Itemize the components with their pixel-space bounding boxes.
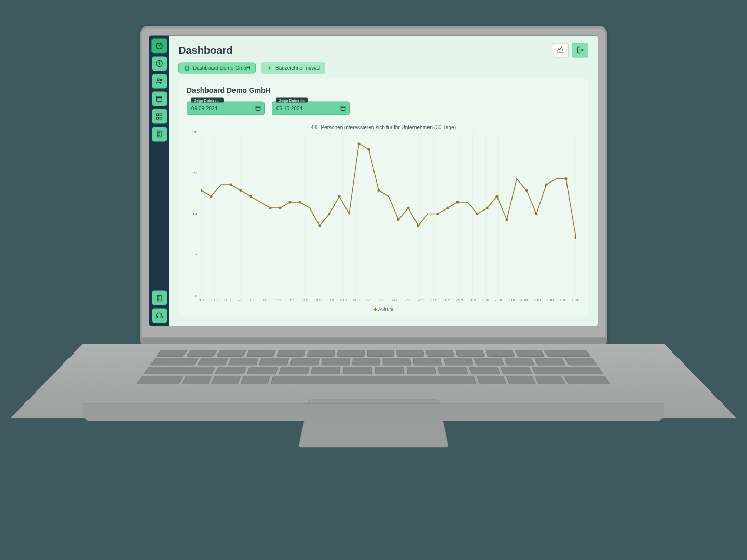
date-to-label: Zeige Daten bis bbox=[276, 98, 308, 103]
x-tick-label: 12.9 bbox=[237, 298, 244, 302]
sidebar-item-document[interactable] bbox=[152, 127, 167, 142]
svg-point-4 bbox=[157, 79, 159, 81]
svg-point-74 bbox=[229, 183, 232, 186]
svg-point-86 bbox=[377, 189, 380, 192]
x-tick-label: 17.9 bbox=[301, 298, 308, 302]
svg-rect-16 bbox=[157, 295, 161, 301]
svg-rect-24 bbox=[161, 316, 162, 318]
svg-point-78 bbox=[279, 206, 281, 209]
svg-point-80 bbox=[298, 201, 301, 204]
svg-point-89 bbox=[417, 224, 419, 227]
x-tick-label: 9.9 bbox=[199, 298, 204, 302]
svg-point-90 bbox=[436, 213, 439, 216]
x-tick-label: 15.9 bbox=[275, 298, 283, 302]
sidebar-item-support[interactable] bbox=[152, 309, 167, 323]
brand-chip[interactable] bbox=[552, 43, 569, 58]
tab-label: Dashboard Demo GmbH bbox=[193, 65, 250, 71]
x-tick-label: 13.9 bbox=[250, 298, 257, 302]
tab-company-dashboard[interactable]: Dashboard Demo GmbH bbox=[178, 63, 256, 74]
svg-point-93 bbox=[476, 213, 478, 216]
chart-y-ticks: 07142128 bbox=[187, 132, 199, 296]
chart-container: 488 Personen interessieren sich für Ihr … bbox=[187, 124, 580, 312]
svg-point-101 bbox=[574, 236, 576, 239]
laptop-base bbox=[83, 338, 664, 488]
title-bar: Dashboard bbox=[178, 43, 588, 58]
svg-rect-11 bbox=[160, 117, 162, 119]
x-tick-label: 16.9 bbox=[288, 298, 295, 302]
grid-icon bbox=[155, 113, 163, 121]
x-tick-label: 10.9 bbox=[211, 298, 218, 302]
sparkle-icon bbox=[556, 46, 565, 55]
svg-point-82 bbox=[328, 213, 330, 216]
x-tick-label: 4.10 bbox=[521, 298, 528, 302]
app-root: Dashboard Dashb bbox=[149, 36, 598, 326]
svg-point-96 bbox=[505, 218, 508, 221]
x-tick-label: 19.9 bbox=[327, 298, 334, 302]
y-tick-label: 14 bbox=[192, 212, 197, 216]
logout-icon bbox=[575, 46, 585, 55]
svg-point-83 bbox=[338, 195, 340, 198]
sidebar-item-grid[interactable] bbox=[152, 109, 167, 124]
x-tick-label: 8.10 bbox=[572, 298, 579, 302]
x-tick-label: 5.10 bbox=[533, 298, 541, 302]
date-from-input[interactable] bbox=[187, 102, 265, 115]
x-tick-label: 28.9 bbox=[443, 298, 450, 302]
x-tick-label: 14.9 bbox=[262, 298, 270, 302]
page-title: Dashboard bbox=[178, 44, 232, 56]
x-tick-label: 18.9 bbox=[314, 298, 321, 302]
chart-area: 07142128 9.910.911.912.913.914.915.916.9… bbox=[187, 132, 580, 305]
chart-x-ticks: 9.910.911.912.913.914.915.916.917.918.91… bbox=[201, 298, 576, 305]
x-tick-label: 6.10 bbox=[546, 298, 554, 302]
x-tick-label: 23.9 bbox=[379, 298, 386, 302]
sidebar-item-dashboard[interactable] bbox=[152, 39, 167, 53]
svg-point-81 bbox=[318, 224, 321, 227]
chart-legend: ◆ Aufrufe bbox=[187, 306, 580, 312]
chart-title: 488 Personen interessieren sich für Ihr … bbox=[187, 124, 580, 130]
x-tick-label: 21.9 bbox=[353, 298, 360, 302]
legend-marker: ◆ bbox=[374, 306, 377, 312]
sidebar-item-people[interactable] bbox=[152, 74, 167, 89]
main-content: Dashboard Dashb bbox=[169, 36, 598, 326]
calendar-icon bbox=[340, 105, 347, 111]
date-to-input[interactable] bbox=[272, 102, 350, 115]
sidebar-item-window[interactable] bbox=[152, 92, 167, 106]
svg-rect-10 bbox=[157, 117, 159, 119]
svg-rect-8 bbox=[157, 114, 159, 116]
window-icon bbox=[155, 95, 163, 103]
svg-point-79 bbox=[288, 201, 291, 204]
tabs-row: Dashboard Demo GmbH Bauzeichner m/w/d bbox=[178, 63, 588, 74]
svg-point-92 bbox=[456, 201, 459, 204]
svg-point-91 bbox=[446, 206, 449, 209]
sidebar-item-building[interactable] bbox=[152, 291, 167, 305]
title-actions bbox=[552, 43, 588, 58]
document-icon bbox=[155, 130, 163, 138]
sidebar bbox=[149, 36, 169, 326]
person-icon bbox=[267, 65, 272, 71]
date-to-field: Zeige Daten bis bbox=[272, 102, 350, 115]
svg-rect-9 bbox=[160, 114, 162, 116]
date-from-field: Zeige Daten von bbox=[187, 102, 265, 115]
y-tick-label: 21 bbox=[192, 171, 197, 175]
headset-icon bbox=[155, 312, 163, 320]
screen-bezel: Dashboard Dashb bbox=[149, 36, 598, 326]
logout-button[interactable] bbox=[572, 43, 588, 58]
svg-point-99 bbox=[545, 183, 547, 186]
x-tick-label: 30.9 bbox=[469, 298, 476, 302]
x-tick-label: 3.10 bbox=[508, 298, 515, 302]
x-tick-label: 20.9 bbox=[340, 298, 347, 302]
svg-point-95 bbox=[495, 195, 498, 198]
gauge-icon bbox=[155, 42, 163, 50]
svg-rect-23 bbox=[156, 316, 158, 318]
sidebar-item-info[interactable] bbox=[152, 57, 167, 71]
calendar-icon bbox=[255, 105, 261, 111]
people-icon bbox=[155, 77, 163, 86]
tab-label: Bauzeichner m/w/d bbox=[275, 65, 320, 71]
x-tick-label: 1.10 bbox=[482, 298, 489, 302]
svg-rect-33 bbox=[341, 106, 345, 111]
tab-job-posting[interactable]: Bauzeichner m/w/d bbox=[261, 63, 325, 74]
info-icon bbox=[155, 60, 163, 68]
x-tick-label: 24.9 bbox=[392, 298, 399, 302]
svg-point-5 bbox=[160, 79, 162, 81]
svg-point-77 bbox=[269, 206, 271, 209]
x-tick-label: 2.10 bbox=[495, 298, 502, 302]
